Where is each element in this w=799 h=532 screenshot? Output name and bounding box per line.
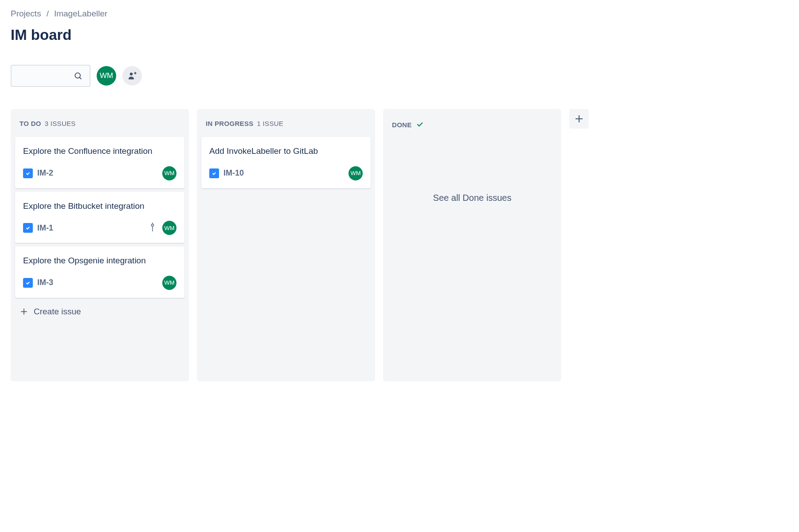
plus-icon <box>574 113 584 124</box>
svg-point-2 <box>130 73 133 75</box>
check-icon <box>415 120 424 130</box>
breadcrumb-separator: / <box>47 9 49 19</box>
issue-key: IM-3 <box>37 278 53 287</box>
user-avatar[interactable]: WM <box>97 66 116 86</box>
column-todo: TO DO 3 ISSUES Explore the Confluence in… <box>11 109 189 381</box>
breadcrumb: Projects / ImageLabeller <box>11 9 788 19</box>
issue-title: Add InvokeLabeller to GitLab <box>209 145 363 157</box>
svg-point-0 <box>75 73 80 78</box>
column-header[interactable]: IN PROGRESS 1 ISSUE <box>201 116 371 137</box>
create-issue-button[interactable]: Create issue <box>15 301 184 322</box>
priority-icon <box>149 223 156 233</box>
search-icon <box>74 71 82 80</box>
column-name: DONE <box>392 121 412 129</box>
create-issue-label: Create issue <box>34 307 81 317</box>
issue-card[interactable]: Explore the Opsgenie integration IM-3 WM <box>15 246 184 298</box>
breadcrumb-root[interactable]: Projects <box>11 9 41 19</box>
task-type-icon <box>23 223 33 233</box>
issue-key: IM-1 <box>37 223 53 233</box>
assignee-avatar[interactable]: WM <box>349 166 363 180</box>
issue-card[interactable]: Explore the Confluence integration IM-2 … <box>15 137 184 188</box>
column-done: DONE See all Done issues <box>383 109 561 381</box>
issue-title: Explore the Opsgenie integration <box>23 254 176 267</box>
task-type-icon <box>23 168 33 178</box>
page-title: IM board <box>11 27 788 43</box>
person-plus-icon <box>127 70 137 81</box>
issue-title: Explore the Bitbucket integration <box>23 200 176 212</box>
issue-card[interactable]: Add InvokeLabeller to GitLab IM-10 WM <box>201 137 371 188</box>
see-all-done-link[interactable]: See all Done issues <box>388 140 557 207</box>
toolbar: WM <box>11 65 788 87</box>
column-header[interactable]: DONE <box>388 116 557 140</box>
column-name: TO DO <box>20 120 41 127</box>
issue-key: IM-10 <box>223 168 244 178</box>
column-count: 3 ISSUES <box>45 120 76 127</box>
issue-key: IM-2 <box>37 168 53 178</box>
search-input[interactable] <box>11 65 90 87</box>
breadcrumb-project[interactable]: ImageLabeller <box>54 9 107 19</box>
kanban-board: TO DO 3 ISSUES Explore the Confluence in… <box>11 109 788 381</box>
svg-line-1 <box>79 77 81 79</box>
column-in-progress: IN PROGRESS 1 ISSUE Add InvokeLabeller t… <box>197 109 375 381</box>
column-name: IN PROGRESS <box>206 120 254 127</box>
issue-card[interactable]: Explore the Bitbucket integration IM-1 W… <box>15 192 184 243</box>
add-column-button[interactable] <box>569 109 589 129</box>
column-header[interactable]: TO DO 3 ISSUES <box>15 116 184 137</box>
plus-icon <box>20 307 28 316</box>
task-type-icon <box>23 278 33 288</box>
assignee-avatar[interactable]: WM <box>162 166 176 180</box>
svg-point-3 <box>152 224 154 227</box>
column-count: 1 ISSUE <box>257 120 284 127</box>
assignee-avatar[interactable]: WM <box>162 221 176 235</box>
assignee-avatar[interactable]: WM <box>162 276 176 290</box>
add-people-button[interactable] <box>122 66 142 86</box>
issue-title: Explore the Confluence integration <box>23 145 176 157</box>
task-type-icon <box>209 168 219 178</box>
